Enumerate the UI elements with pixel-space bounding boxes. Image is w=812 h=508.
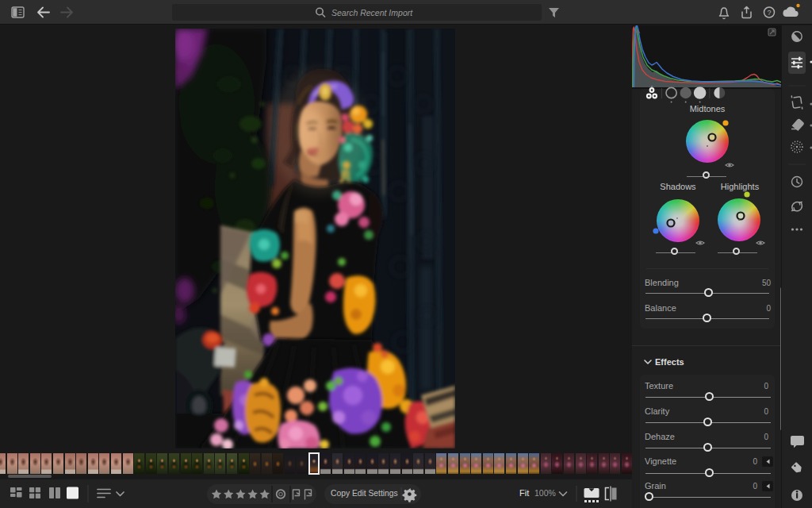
svg-text:?: ? <box>767 9 771 17</box>
